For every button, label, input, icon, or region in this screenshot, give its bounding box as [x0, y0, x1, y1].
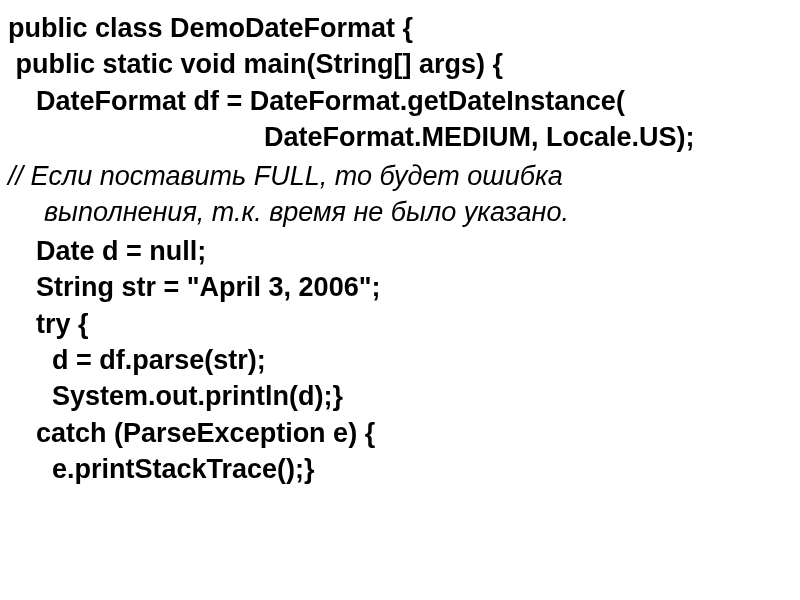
code-line: e.printStackTrace();}	[8, 451, 792, 487]
code-line: String str = "April 3, 2006";	[8, 269, 792, 305]
comment-text: // Если поставить FULL, то будет ошибка	[8, 161, 563, 191]
code-slide: public class DemoDateFormat { public sta…	[0, 0, 800, 488]
code-line: System.out.println(d);}	[8, 378, 792, 414]
code-line: DateFormat df = DateFormat.getDateInstan…	[8, 83, 792, 119]
code-line: Date d = null;	[8, 233, 792, 269]
code-line: DateFormat.MEDIUM, Locale.US);	[8, 119, 792, 155]
code-comment: // Если поставить FULL, то будет ошибка …	[8, 158, 792, 231]
code-line: d = df.parse(str);	[8, 342, 792, 378]
code-line: try {	[8, 306, 792, 342]
code-line: public class DemoDateFormat {	[8, 10, 792, 46]
comment-text: выполнения, т.к. время не было указано.	[8, 194, 792, 230]
code-line: public static void main(String[] args) {	[8, 46, 792, 82]
code-line: catch (ParseException e) {	[8, 415, 792, 451]
